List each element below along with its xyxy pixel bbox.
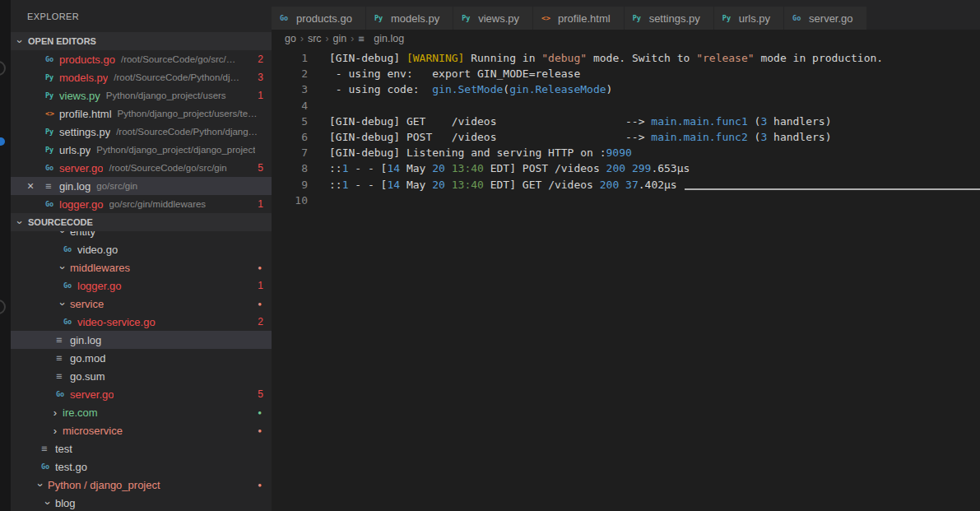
chevron-right-icon[interactable]: › <box>49 406 62 419</box>
editor-line[interactable]: 4 <box>272 98 980 114</box>
tree-item-test-go[interactable]: Gotest.go <box>11 458 272 476</box>
item-label: service <box>70 298 104 310</box>
open-editor-settings-py[interactable]: Pysettings.py/root/SourceCode/Python/dja… <box>11 123 272 141</box>
go-file-icon: Go <box>56 391 70 398</box>
tab-views-py[interactable]: Pyviews.py <box>453 7 532 30</box>
sourcecode-header[interactable]: › SOURCECODE <box>11 213 272 231</box>
breadcrumb-label: src <box>308 33 322 44</box>
open-editor-server-go[interactable]: Goserver.go/root/SourceCode/go/src/gin5 <box>11 159 272 177</box>
chevron-down-icon[interactable]: › <box>42 496 54 509</box>
chevron-right-icon[interactable]: › <box>49 425 62 437</box>
vscode-window: EXPLORER › OPEN EDITORS Goproducts.go/ro… <box>0 0 980 511</box>
line-number: 4 <box>272 98 308 114</box>
tree-item-go-mod[interactable]: ≡go.mod <box>11 349 272 367</box>
line-number: 2 <box>272 66 308 81</box>
chevron-right-icon: › <box>300 33 304 44</box>
open-editor-views-py[interactable]: Pyviews.pyPython/django_project/users1 <box>11 86 272 105</box>
tab-products-go[interactable]: Goproducts.go <box>272 7 365 30</box>
chevron-down-icon[interactable]: › <box>57 261 69 274</box>
tree-item-gin-log[interactable]: ≡gin.log <box>11 331 272 349</box>
file-name: gin.log <box>59 180 91 193</box>
open-editors-list: Goproducts.go/root/SourceCode/go/src/…2P… <box>11 50 272 213</box>
section-label: SOURCECODE <box>28 217 93 227</box>
chevron-down-icon[interactable]: › <box>57 297 69 310</box>
tab-urls-py[interactable]: Pyurls.py <box>714 7 783 30</box>
tree-item-middlewares[interactable]: ›middlewares● <box>11 258 272 276</box>
file-path: go/src/gin <box>96 181 137 191</box>
token: May <box>400 162 432 174</box>
item-label: logger.go <box>77 280 122 292</box>
editor-line[interactable]: 7[GIN-debug] Listening and serving HTTP … <box>272 145 980 160</box>
breadcrumb-item[interactable]: ≡gin.log <box>358 33 404 44</box>
tab-profile-html[interactable]: <>profile.html <box>533 7 624 30</box>
tab-models-py[interactable]: Pymodels.py <box>366 7 453 30</box>
tree-item-go-sum[interactable]: ≡go.sum <box>11 367 272 385</box>
chevron-down-icon[interactable]: › <box>57 231 69 238</box>
item-label: go.mod <box>70 352 105 365</box>
editor-line[interactable]: 3 - using code: gin.SetMode(gin.ReleaseM… <box>272 81 980 97</box>
line-number: 9 <box>272 177 308 193</box>
tab-settings-py[interactable]: Pysettings.py <box>625 7 713 30</box>
close-icon[interactable]: × <box>27 177 34 195</box>
open-editor-profile-html[interactable]: <>profile.htmlPython/django_project/user… <box>11 105 272 123</box>
tree-item-entity[interactable]: ›entity <box>11 231 272 240</box>
tab-label: urls.py <box>739 12 770 25</box>
token <box>619 179 625 191</box>
tree-item-logger-go[interactable]: Gologger.go1 <box>11 276 272 295</box>
line-number: 3 <box>272 81 308 97</box>
chevron-right-icon: › <box>326 33 329 44</box>
breadcrumb-item[interactable]: gin <box>333 33 347 44</box>
open-editor-logger-go[interactable]: Gologger.gogo/src/gin/middlewares1 <box>11 195 272 213</box>
open-editor-models-py[interactable]: Pymodels.py/root/SourceCode/Python/dj…3 <box>11 68 272 86</box>
open-editor-products-go[interactable]: Goproducts.go/root/SourceCode/go/src/…2 <box>11 50 272 68</box>
decoration-dot-icon: ● <box>253 264 272 272</box>
file-path: go/src/gin/middlewares <box>109 199 207 209</box>
go-file-icon: Go <box>45 56 59 63</box>
token: gin.ReleaseMode <box>509 83 606 95</box>
breadcrumb: go›src›gin›≡gin.log <box>272 30 980 48</box>
editor-line[interactable]: 10 <box>272 193 980 208</box>
editor[interactable]: 1[GIN-debug] [WARNING] Running in "debug… <box>272 48 980 511</box>
tree-item-service[interactable]: ›service● <box>11 295 272 313</box>
breadcrumb-item[interactable]: go <box>285 33 296 44</box>
editor-line[interactable]: 5[GIN-debug] GET /videos --> main.main.f… <box>272 114 980 129</box>
item-label: video-service.go <box>77 316 156 328</box>
token: [WARNING] <box>406 52 471 64</box>
editor-line[interactable]: 6[GIN-debug] POST /videos --> main.main.… <box>272 129 980 145</box>
tree-item-python-django-project[interactable]: ›Python / django_project● <box>11 476 272 494</box>
tree-item-ire-com[interactable]: ›ire.com● <box>11 403 272 421</box>
token: - using env: export GIN_MODE=release <box>329 67 580 80</box>
open-editor-urls-py[interactable]: Pyurls.pyPython/django_project/django_pr… <box>11 141 272 159</box>
tree-list: ›entityGovideo.go›middlewares●Gologger.g… <box>11 231 272 511</box>
editor-line[interactable]: 8::1 - - [14 May 20 13:40 EDT] POST /vid… <box>272 160 980 176</box>
go-file-icon: Go <box>63 282 77 290</box>
decoration-dot-icon: ● <box>253 427 272 434</box>
breadcrumb-item[interactable]: src <box>308 33 322 44</box>
tree-item-video-service-go[interactable]: Govideo-service.go2 <box>11 313 272 331</box>
item-label: middlewares <box>70 262 130 274</box>
token: 14 <box>387 179 400 191</box>
editor-line[interactable]: 2 - using env: export GIN_MODE=release <box>272 66 980 81</box>
file-name: server.go <box>59 162 103 174</box>
token: 200 <box>600 179 619 191</box>
tree-item-server-go[interactable]: Goserver.go5 <box>11 385 272 403</box>
chevron-down-icon[interactable]: › <box>35 478 47 491</box>
line-content: [GIN-debug] POST /videos --> main.main.f… <box>308 129 832 145</box>
line-content: [GIN-debug] Listening and serving HTTP o… <box>308 145 632 160</box>
editor-line[interactable]: 1[GIN-debug] [WARNING] Running in "debug… <box>272 50 980 66</box>
item-label: blog <box>55 497 76 509</box>
tab-label: views.py <box>478 12 519 25</box>
go-file-icon: Go <box>280 15 294 22</box>
tree-item-test[interactable]: ≡test <box>11 439 272 458</box>
open-editors-header[interactable]: › OPEN EDITORS <box>11 32 272 50</box>
line-content: - using code: gin.SetMode(gin.ReleaseMod… <box>308 81 612 97</box>
tree-item-blog[interactable]: ›blog <box>11 494 272 511</box>
line-content: ::1 - - [14 May 20 13:40 EDT] GET /video… <box>308 177 677 193</box>
tree-item-microservice[interactable]: ›microservice● <box>11 421 272 439</box>
token: ( <box>748 115 761 128</box>
tree-item-video-go[interactable]: Govideo.go <box>11 240 272 258</box>
tab-server-go[interactable]: Goserver.go <box>784 7 866 30</box>
breadcrumb-label: go <box>285 33 296 44</box>
chevron-right-icon: › <box>351 33 354 44</box>
open-editor-gin-log[interactable]: ×≡gin.loggo/src/gin <box>11 177 272 195</box>
